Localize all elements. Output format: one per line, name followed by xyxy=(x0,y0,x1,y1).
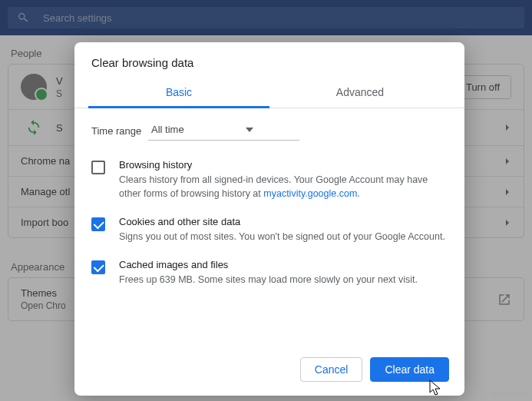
check-title: Cookies and other site data xyxy=(119,216,445,227)
tab-basic[interactable]: Basic xyxy=(88,78,269,108)
clear-data-button[interactable]: Clear data xyxy=(370,357,449,382)
clear-browsing-data-dialog: Clear browsing data Basic Advanced Time … xyxy=(74,42,464,396)
cancel-button[interactable]: Cancel xyxy=(300,357,363,382)
check-item-cache: Cached images and files Frees up 639 MB.… xyxy=(91,259,448,302)
check-item-cookies: Cookies and other site data Signs you ou… xyxy=(91,216,448,259)
check-title: Cached images and files xyxy=(119,259,418,270)
checkbox-cookies[interactable] xyxy=(91,217,105,231)
checkbox-browsing-history[interactable] xyxy=(91,161,105,174)
dialog-tabs: Basic Advanced xyxy=(74,78,464,108)
check-desc: Signs you out of most sites. You won't b… xyxy=(119,230,445,244)
check-desc: Clears history from all signed-in device… xyxy=(119,173,448,200)
time-range-value: All time xyxy=(151,124,184,135)
time-range-label: Time range xyxy=(91,125,148,137)
time-range-select[interactable]: All time xyxy=(148,121,299,141)
check-title: Browsing history xyxy=(119,159,448,171)
dialog-title: Clear browsing data xyxy=(74,42,464,78)
checkbox-cached[interactable] xyxy=(91,260,105,274)
dialog-footer: Cancel Clear data xyxy=(74,348,464,396)
myactivity-link[interactable]: myactivity.google.com xyxy=(263,188,357,199)
source-tag: wsxdn.com xyxy=(491,389,529,398)
dialog-body: Time range All time Browsing history Cle… xyxy=(74,108,464,348)
dropdown-icon xyxy=(246,128,253,132)
check-item-history: Browsing history Clears history from all… xyxy=(91,159,448,216)
time-range-row: Time range All time xyxy=(91,121,448,141)
check-desc: Frees up 639 MB. Some sites may load mor… xyxy=(119,273,418,287)
tab-advanced[interactable]: Advanced xyxy=(269,78,451,108)
